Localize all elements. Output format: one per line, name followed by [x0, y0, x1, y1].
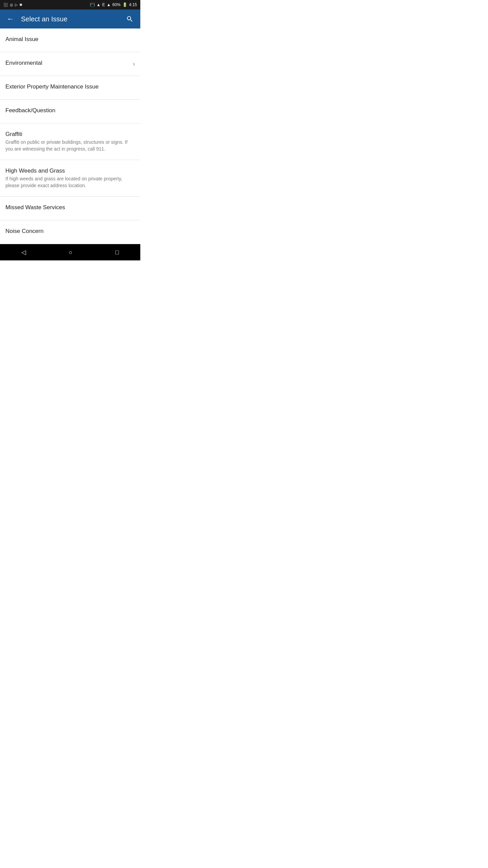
battery-level: 60%	[113, 2, 121, 7]
app-bar: ← Select an Issue	[0, 9, 140, 28]
issue-title: Environmental	[5, 60, 130, 66]
list-item[interactable]: Exterior Property Maintenance Issue	[0, 76, 140, 100]
search-button[interactable]	[125, 14, 135, 24]
photo-icon: ⬛	[3, 3, 8, 7]
issue-title: Graffiti	[5, 131, 135, 138]
chevron-right-icon: ›	[133, 60, 135, 67]
play-icon: ▷	[15, 3, 18, 7]
vibrate-icon: 📳	[90, 2, 95, 7]
network-type: E	[102, 2, 105, 7]
issue-title: Missed Waste Services	[5, 204, 135, 211]
back-button[interactable]: ←	[5, 13, 16, 25]
issue-title: High Weeds and Grass	[5, 167, 135, 174]
issue-title: Animal Issue	[5, 36, 135, 43]
status-bar: ⬛ ◎ ▷ ✱ 📳 ▲ E ▲ 60% 🔋 4:15	[0, 0, 140, 9]
list-item[interactable]: High Weeds and GrassIf high weeds and gr…	[0, 160, 140, 197]
list-item[interactable]: Noise Concern	[0, 220, 140, 244]
issue-content: Animal Issue	[5, 36, 135, 44]
list-item[interactable]: Feedback/Question	[0, 100, 140, 123]
list-item[interactable]: Animal Issue	[0, 28, 140, 52]
issue-description: If high weeds and grass are located on p…	[5, 176, 135, 189]
status-icons-left: ⬛ ◎ ▷ ✱	[3, 3, 22, 7]
nav-back-button[interactable]: ◁	[15, 246, 33, 259]
nav-home-button[interactable]: ○	[62, 246, 79, 259]
issue-content: Feedback/Question	[5, 107, 135, 115]
list-item[interactable]: Missed Waste Services	[0, 197, 140, 220]
issue-description: Graffiti on public or private buildings,…	[5, 139, 135, 152]
app-bar-left: ← Select an Issue	[5, 13, 67, 25]
list-item[interactable]: Environmental›	[0, 52, 140, 76]
signal-icon: ▲	[107, 2, 111, 7]
status-icons-right: 📳 ▲ E ▲ 60% 🔋 4:15	[90, 2, 137, 7]
issue-list: Animal IssueEnvironmental›Exterior Prope…	[0, 28, 140, 244]
sync-icon: ◎	[10, 3, 13, 7]
issue-content: Noise Concern	[5, 228, 135, 236]
issue-content: Exterior Property Maintenance Issue	[5, 83, 135, 92]
bottom-nav: ◁ ○ □	[0, 244, 140, 260]
issue-content: Missed Waste Services	[5, 204, 135, 212]
issue-title: Feedback/Question	[5, 107, 135, 114]
clock: 4:15	[129, 2, 137, 7]
issue-content: Environmental	[5, 60, 130, 68]
issue-title: Exterior Property Maintenance Issue	[5, 83, 135, 90]
issue-title: Noise Concern	[5, 228, 135, 235]
page-title: Select an Issue	[21, 15, 67, 23]
wifi-icon: ▲	[97, 2, 101, 7]
settings-icon: ✱	[19, 3, 22, 7]
list-item[interactable]: GraffitiGraffiti on public or private bu…	[0, 123, 140, 160]
issue-content: GraffitiGraffiti on public or private bu…	[5, 131, 135, 152]
battery-icon: 🔋	[122, 2, 127, 7]
nav-recent-button[interactable]: □	[108, 246, 126, 259]
issue-content: High Weeds and GrassIf high weeds and gr…	[5, 167, 135, 189]
